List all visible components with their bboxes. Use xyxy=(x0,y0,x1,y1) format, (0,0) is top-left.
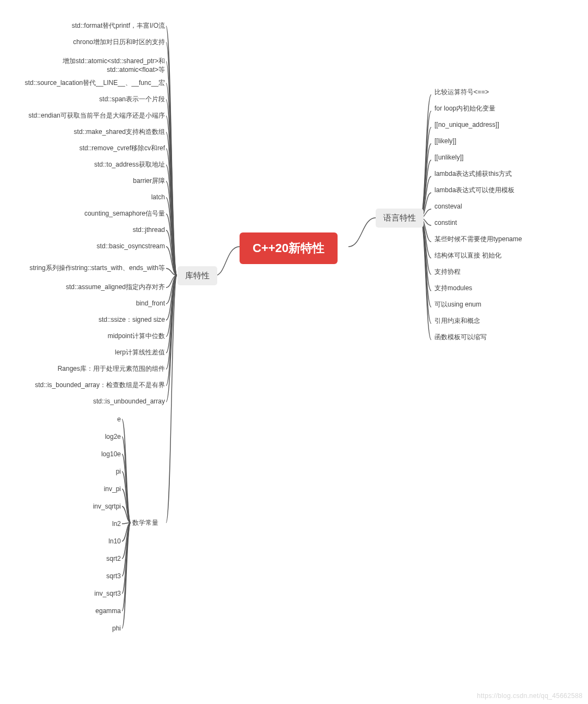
library-feature-item[interactable]: std::jthread xyxy=(13,226,165,235)
library-feature-item[interactable]: std::make_shared支持构造数组 xyxy=(13,128,165,137)
math-constant-item[interactable]: e xyxy=(39,415,121,424)
language-feature-item[interactable]: [[no_unique_address]] xyxy=(434,121,576,130)
language-feature-item[interactable]: [[likely]] xyxy=(434,137,576,146)
library-feature-item[interactable]: std::is_unbounded_array xyxy=(13,397,165,406)
language-feature-item[interactable]: [[unlikely]] xyxy=(434,154,576,162)
branch-language-features[interactable]: 语言特性 xyxy=(376,209,424,228)
branch-math-constants[interactable]: 数学常量 xyxy=(132,519,165,528)
math-constant-item[interactable]: sqrt2 xyxy=(39,555,121,564)
math-constant-item[interactable]: inv_sqrt3 xyxy=(39,590,121,598)
library-feature-item[interactable]: std::format替代printf，丰富I/O流 xyxy=(13,22,165,30)
library-feature-item[interactable]: latch xyxy=(13,193,165,202)
library-feature-item[interactable]: std::ssize：signed size xyxy=(13,316,165,325)
library-feature-item[interactable]: midpoint计算中位数 xyxy=(13,332,165,341)
library-feature-item[interactable]: bind_front xyxy=(13,299,165,308)
library-feature-item[interactable]: Ranges库：用于处理元素范围的组件 xyxy=(13,365,165,374)
library-feature-item[interactable]: std::is_bounded_array：检查数组是不是有界 xyxy=(13,381,165,390)
language-feature-item[interactable]: for loop内初始化变量 xyxy=(434,105,576,113)
language-feature-item[interactable]: 可以using enum xyxy=(434,301,576,309)
language-feature-item[interactable]: constint xyxy=(434,219,576,228)
library-feature-item[interactable]: barrier屏障 xyxy=(13,177,165,186)
library-feature-item[interactable]: chrono增加对日历和时区的支持 xyxy=(13,38,165,47)
branch-label: 语言特性 xyxy=(383,213,416,222)
math-constant-item[interactable]: ln10 xyxy=(39,537,121,546)
library-feature-item[interactable]: 增加std::atomic<std::shared_ptr>和std::atom… xyxy=(13,57,165,74)
root-node[interactable]: C++20新特性 xyxy=(240,232,338,264)
library-feature-item[interactable]: std::to_address获取地址 xyxy=(13,161,165,169)
math-constant-item[interactable]: log2e xyxy=(39,433,121,442)
math-constant-item[interactable]: ln2 xyxy=(39,520,121,529)
library-feature-item[interactable]: counting_semaphore信号量 xyxy=(13,210,165,218)
math-constant-item[interactable]: egamma xyxy=(39,607,121,616)
language-feature-item[interactable]: lambda表达式捕获this方式 xyxy=(434,170,576,179)
math-constant-item[interactable]: sqrt3 xyxy=(39,572,121,581)
math-constant-item[interactable]: inv_pi xyxy=(39,485,121,494)
root-label: C++20新特性 xyxy=(253,241,324,255)
mindmap-canvas: { "root": { "label": "C++20新特性" }, "bran… xyxy=(0,0,588,704)
branch-label: 数学常量 xyxy=(132,519,158,527)
language-feature-item[interactable]: 引用约束和概念 xyxy=(434,317,576,326)
language-feature-item[interactable]: consteval xyxy=(434,203,576,211)
library-feature-item[interactable]: std::span表示一个片段 xyxy=(13,95,165,104)
language-feature-item[interactable]: 某些时候不需要使用typename xyxy=(434,235,576,244)
library-feature-item[interactable]: std::basic_osyncstream xyxy=(13,242,165,251)
branch-label: 库特性 xyxy=(185,271,210,280)
library-feature-item[interactable]: std::endian可获取当前平台是大端序还是小端序 xyxy=(13,112,165,120)
branch-library-features[interactable]: 库特性 xyxy=(177,266,217,285)
watermark-text: https://blog.csdn.net/qq_45662588 xyxy=(477,692,583,700)
language-feature-item[interactable]: lambda表达式可以使用模板 xyxy=(434,186,576,195)
library-feature-item[interactable]: std::remove_cvref移除cv和ref xyxy=(13,144,165,153)
math-constant-item[interactable]: log10e xyxy=(39,450,121,459)
language-feature-item[interactable]: 支持协程 xyxy=(434,268,576,277)
language-feature-item[interactable]: 比较运算符号<==> xyxy=(434,88,576,97)
language-feature-item[interactable]: 函数模板可以缩写 xyxy=(434,333,576,342)
library-feature-item[interactable]: std::assume_aligned指定内存对齐 xyxy=(13,283,165,292)
math-constant-item[interactable]: pi xyxy=(39,468,121,476)
library-feature-item[interactable]: lerp计算线性差值 xyxy=(13,348,165,357)
library-feature-item[interactable]: string系列操作string::starts_with、ends_with等 xyxy=(13,264,165,273)
language-feature-item[interactable]: 支持modules xyxy=(434,284,576,293)
math-constant-item[interactable]: phi xyxy=(39,625,121,633)
math-constant-item[interactable]: inv_sqrtpi xyxy=(39,503,121,511)
library-feature-item[interactable]: std::source_lacation替代__LINE__、__func__宏 xyxy=(13,79,165,88)
language-feature-item[interactable]: 结构体可以直接 初始化 xyxy=(434,252,576,260)
